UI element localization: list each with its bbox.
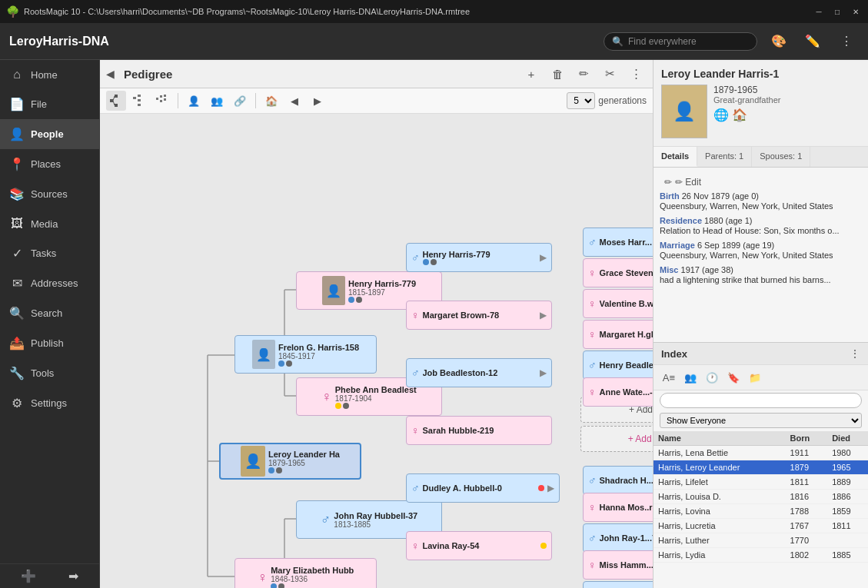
search-box[interactable]: 🔍 (604, 32, 757, 51)
sidebar-item-sources[interactable]: 📚 Sources (0, 179, 99, 209)
close-button[interactable]: ✕ (850, 5, 862, 18)
svg-rect-0 (110, 99, 113, 102)
person-view-btn[interactable]: 👤 (184, 91, 204, 111)
add-person-btn[interactable]: + (520, 63, 542, 85)
tab-parents[interactable]: Parents: 1 (697, 147, 752, 167)
tab-spouses[interactable]: Spouses: 1 (752, 147, 810, 167)
person-moses[interactable]: ♂ Moses Harr... ▶ (583, 228, 653, 257)
person-family-icon[interactable]: 🏠 (732, 108, 747, 122)
group-view-btn[interactable]: 👥 (207, 91, 227, 111)
svg-rect-2 (115, 104, 118, 107)
person-frelon[interactable]: 👤 Frelon G. Harris-158 1845-1917 (234, 335, 377, 374)
person-margaret78[interactable]: ♀ Margaret Brown-78 ▶ (406, 301, 552, 330)
person-dudley[interactable]: ♂ Dudley A. Hubbell-0 ▶ (406, 473, 560, 503)
birth-date: 26 Nov 1879 (age 0) (682, 191, 759, 201)
col-died[interactable]: Died (827, 431, 868, 446)
tab-details[interactable]: Details (653, 147, 697, 167)
index-filter-select[interactable]: Show Everyone (660, 413, 862, 428)
frelon-avatar: 👤 (256, 347, 271, 362)
person-miss-h[interactable]: ♀ Miss Hamm... (583, 550, 653, 580)
person-sarah219[interactable]: ♀ Sarah Hubble-219 (406, 416, 552, 445)
hanna-name: Hanna Mos..r-50 (600, 503, 653, 512)
person-lavina54[interactable]: ♀ Lavina Ray-54 (406, 531, 552, 560)
index-more-btn[interactable]: ⋮ (850, 347, 860, 360)
link-view-btn[interactable]: 🔗 (230, 91, 250, 111)
minimize-button[interactable]: ─ (813, 5, 825, 18)
pedigree-canvas[interactable]: 👤 Leroy Leander Ha 1879-1965 (100, 114, 653, 588)
sidebar-item-media[interactable]: 🖼 Media (0, 209, 99, 238)
cell-born: 1879 (786, 460, 828, 475)
sidebar-item-settings[interactable]: ⚙ Settings (0, 388, 99, 418)
family-view-btn[interactable] (129, 91, 149, 111)
table-row[interactable]: Harris, Lucretia17671811 (653, 519, 868, 533)
col-born[interactable]: Born (786, 431, 828, 446)
edit-pedigree-btn[interactable]: ✏ (573, 63, 594, 85)
edit-icon[interactable]: ✏️ (800, 29, 825, 54)
pedigree-view-btn[interactable] (106, 91, 126, 111)
idx-history-icon[interactable]: 🕐 (703, 368, 721, 387)
table-row[interactable]: Harris, Lydia18021885 (653, 548, 868, 563)
person-anne-w[interactable]: ♀ Anne Wate...-120 (583, 377, 653, 407)
svg-rect-5 (133, 97, 136, 99)
add-mother-btn[interactable]: + Add Mother (580, 426, 653, 452)
table-row[interactable]: Harris, Luther1770 (653, 533, 868, 548)
margaret78-expand[interactable]: ▶ (540, 310, 547, 321)
mary-name: Mary Elizabeth Hubb (271, 566, 354, 575)
person-shadrach[interactable]: ♂ Shadrach H... ▶ (583, 466, 653, 495)
sidebar-add-icon[interactable]: ➕ (21, 569, 36, 583)
more-menu-icon[interactable]: ⋮ (834, 29, 859, 54)
person-henry779[interactable]: ♂ Henry Harris-779 ▶ (406, 243, 552, 272)
person-job12[interactable]: ♂ Job Beadleston-12 ▶ (406, 358, 552, 387)
extended-view-btn[interactable] (152, 91, 172, 111)
sidebar-item-tools[interactable]: 🔧 Tools (0, 358, 99, 388)
person-grace[interactable]: ♀ Grace Stevens-9... ▶ (583, 258, 653, 287)
person-leroy[interactable]: 👤 Leroy Leander Ha 1879-1965 (219, 443, 361, 480)
sidebar-item-addresses[interactable]: ✉ Addresses (0, 268, 99, 298)
henry779-expand[interactable]: ▶ (540, 252, 547, 263)
person-john-r[interactable]: ♂ John Ray-1...7 ▶ (583, 523, 653, 553)
sidebar-item-tasks[interactable]: ✓ Tasks (0, 238, 99, 268)
grace-name: Grace Stevens-9... (600, 268, 653, 277)
person-margaret-h[interactable]: ♀ Margaret H.gh... ▶ (583, 320, 653, 349)
search-input[interactable] (628, 36, 736, 47)
table-row[interactable]: Harris, Louisa D.18161886 (653, 490, 868, 504)
collapse-sidebar-btn[interactable]: ◀ (106, 68, 115, 80)
sidebar-item-home[interactable]: ⌂ Home (0, 60, 99, 89)
delete-btn[interactable]: 🗑 (547, 63, 568, 85)
person-mary[interactable]: ♀ Mary Elizabeth Hubb 1848-1936 (234, 558, 377, 588)
home-nav-btn[interactable]: 🏠 (261, 91, 281, 111)
forward-nav-btn[interactable]: ▶ (308, 91, 328, 111)
person-hanna[interactable]: ♀ Hanna Mos..r-50 ▶ (583, 493, 653, 522)
table-row[interactable]: Harris, Lena Bettie19111980 (653, 446, 868, 460)
idx-alpha-icon[interactable]: A≡ (660, 368, 678, 387)
table-row[interactable]: Harris, Lovina17881859 (653, 504, 868, 519)
idx-bookmark-icon[interactable]: 🔖 (724, 368, 743, 387)
job12-expand[interactable]: ▶ (540, 367, 547, 378)
sidebar-item-publish[interactable]: 📤 Publish (0, 328, 99, 358)
maximize-button[interactable]: □ (831, 5, 843, 18)
gen-dropdown[interactable]: 5467 (567, 92, 595, 109)
sidebar-item-people[interactable]: 👤 People (0, 119, 99, 149)
sidebar-item-search[interactable]: 🔍 Search (0, 298, 99, 328)
sidebar-arrow-icon[interactable]: ➡ (68, 569, 78, 583)
back-nav-btn[interactable]: ◀ (284, 91, 304, 111)
person-valentine-b[interactable]: ♀ Valentine B.wr... ▶ (583, 289, 653, 318)
dudley-expand[interactable]: ▶ (547, 483, 554, 493)
sarah219-gender-icon: ♀ (411, 424, 420, 437)
col-name[interactable]: Name (653, 431, 786, 446)
person-henry-b[interactable]: ♂ Henry Beadlesto... ▶ (583, 350, 653, 380)
index-search-input[interactable] (660, 393, 862, 408)
theme-icon[interactable]: 🎨 (767, 29, 791, 54)
person-simeon[interactable]: ♂ Simeon Jenkins-... ▶ (583, 581, 653, 588)
idx-group-icon[interactable]: 👥 (681, 368, 700, 387)
table-row[interactable]: Harris, Leroy Leander18791965 (653, 460, 868, 475)
idx-folder-icon[interactable]: 📁 (746, 368, 764, 387)
table-row[interactable]: Harris, Lifelet18111889 (653, 475, 868, 490)
scissors-btn[interactable]: ✂ (599, 63, 620, 85)
more-options-btn[interactable]: ⋮ (625, 63, 647, 85)
edit-button[interactable]: ✏ ✏ Edit (660, 174, 862, 191)
sidebar-item-places[interactable]: 📍 Places (0, 149, 99, 179)
sidebar-item-file[interactable]: 📄 File (0, 89, 99, 119)
person-globe-icon[interactable]: 🌐 (713, 108, 729, 122)
cell-died: 1811 (827, 519, 868, 533)
